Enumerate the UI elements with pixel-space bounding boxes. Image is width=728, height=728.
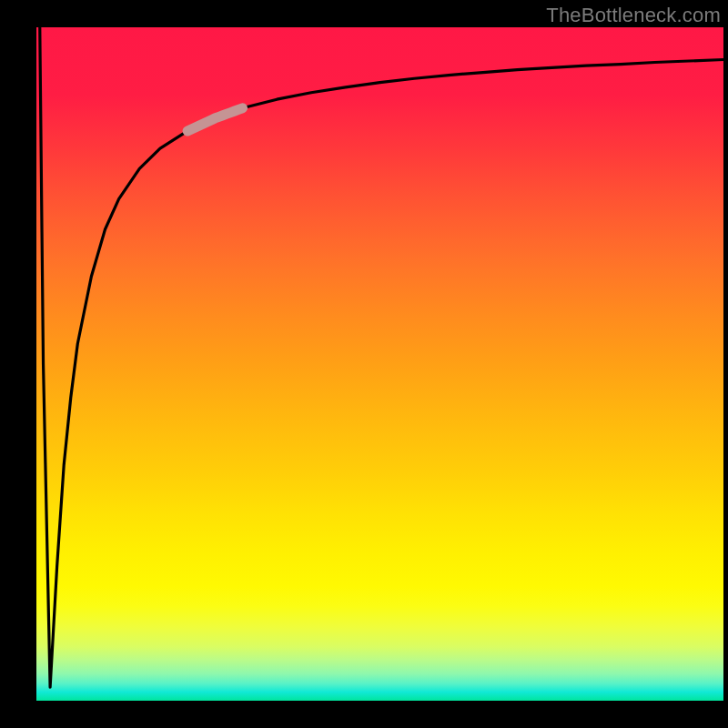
curve-highlight-segment: [187, 108, 242, 131]
curve-svg: [36, 27, 723, 701]
plot-area: [36, 27, 723, 701]
chart-frame: TheBottleneck.com: [0, 0, 728, 728]
watermark-text: TheBottleneck.com: [546, 4, 721, 27]
bottleneck-curve: [40, 27, 723, 687]
